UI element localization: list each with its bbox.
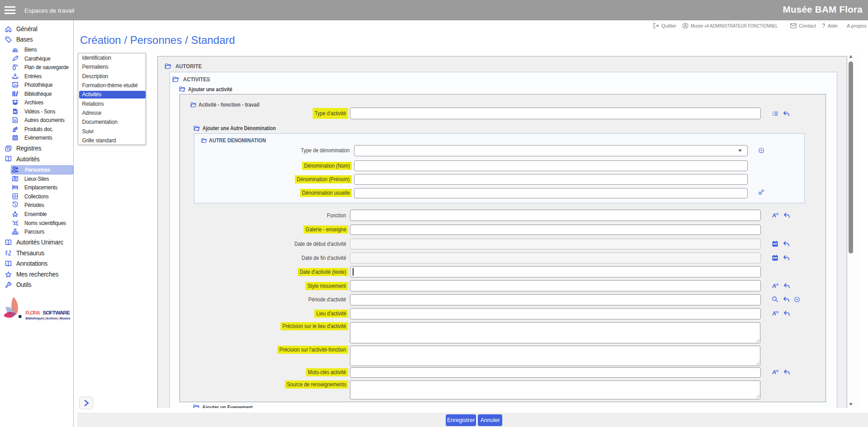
svg-text:b: b bbox=[776, 282, 778, 286]
svg-text:FLORA: FLORA bbox=[25, 310, 40, 316]
svg-text:A: A bbox=[772, 369, 776, 375]
svg-text:b: b bbox=[776, 369, 778, 373]
svg-text:SOFTWARE: SOFTWARE bbox=[43, 310, 71, 316]
svg-text:A: A bbox=[772, 310, 776, 317]
svg-text:A: A bbox=[772, 212, 776, 219]
svg-text:A: A bbox=[5, 249, 8, 253]
svg-text:b: b bbox=[776, 212, 778, 216]
svg-text:b: b bbox=[776, 310, 778, 314]
svg-text:B: B bbox=[8, 253, 11, 256]
svg-text:A: A bbox=[772, 283, 776, 289]
svg-text:Bibliothèques | Archives | Mus: Bibliothèques | Archives | Musées bbox=[26, 317, 71, 320]
